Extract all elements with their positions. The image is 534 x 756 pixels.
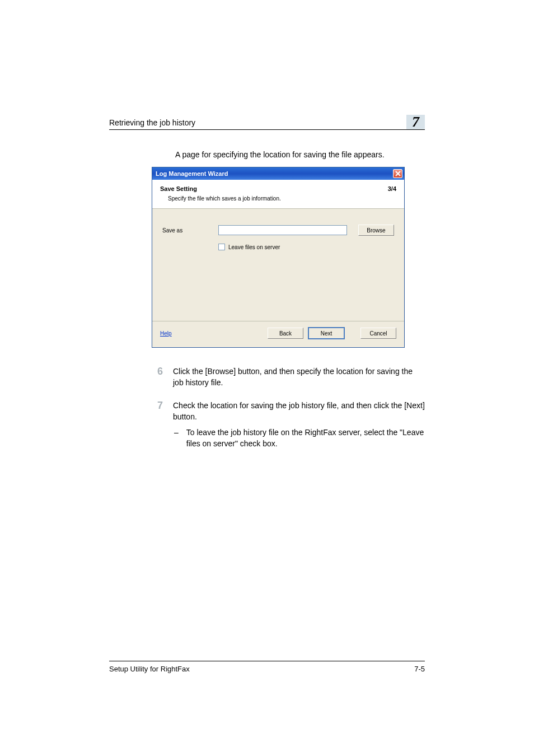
help-link[interactable]: Help xyxy=(160,330,172,337)
running-head: Retrieving the job history xyxy=(109,118,195,127)
step-number: 7 xyxy=(152,400,163,450)
next-button[interactable]: Next xyxy=(308,327,345,339)
chapter-tab: 7 xyxy=(406,115,425,129)
close-icon xyxy=(395,171,401,176)
step-text: Click the [Browse] button, and then spec… xyxy=(173,366,425,389)
page-header: Retrieving the job history 7 xyxy=(109,115,425,130)
back-button[interactable]: Back xyxy=(268,328,303,339)
step-list: 6 Click the [Browse] button, and then sp… xyxy=(152,366,425,450)
step-text: Check the location for saving the job hi… xyxy=(173,400,425,450)
page-footer: Setup Utility for RightFax 7-5 xyxy=(109,661,425,673)
leave-files-checkbox[interactable] xyxy=(218,244,225,250)
dialog-title: Log Management Wizard xyxy=(156,170,228,177)
step-number: 6 xyxy=(152,366,163,389)
dialog-header-panel: Save Setting Specify the file which save… xyxy=(152,180,404,209)
sub-bullet-text: To leave the job history file on the Rig… xyxy=(186,427,425,450)
chapter-number: 7 xyxy=(412,114,419,130)
dash-icon: – xyxy=(174,427,179,450)
close-button[interactable] xyxy=(393,169,402,178)
sub-bullet: – To leave the job history file on the R… xyxy=(174,427,425,450)
step-6: 6 Click the [Browse] button, and then sp… xyxy=(152,366,425,389)
browse-button[interactable]: Browse xyxy=(358,225,394,236)
save-as-label: Save as xyxy=(162,227,218,234)
intro-paragraph: A page for specifying the location for s… xyxy=(175,150,425,159)
cancel-button[interactable]: Cancel xyxy=(360,328,396,339)
save-setting-subtitle: Specify the file which saves a job infor… xyxy=(168,195,388,202)
footer-left: Setup Utility for RightFax xyxy=(109,665,190,673)
footer-right: 7-5 xyxy=(414,665,425,673)
log-management-wizard-dialog: Log Management Wizard Save Setting Speci… xyxy=(152,167,405,348)
save-as-input[interactable] xyxy=(218,225,347,235)
wizard-page-indicator: 3/4 xyxy=(388,185,396,192)
step-7: 7 Check the location for saving the job … xyxy=(152,400,425,450)
save-setting-title: Save Setting xyxy=(160,185,388,192)
leave-files-label: Leave files on server xyxy=(228,244,280,250)
dialog-titlebar[interactable]: Log Management Wizard xyxy=(152,167,404,180)
